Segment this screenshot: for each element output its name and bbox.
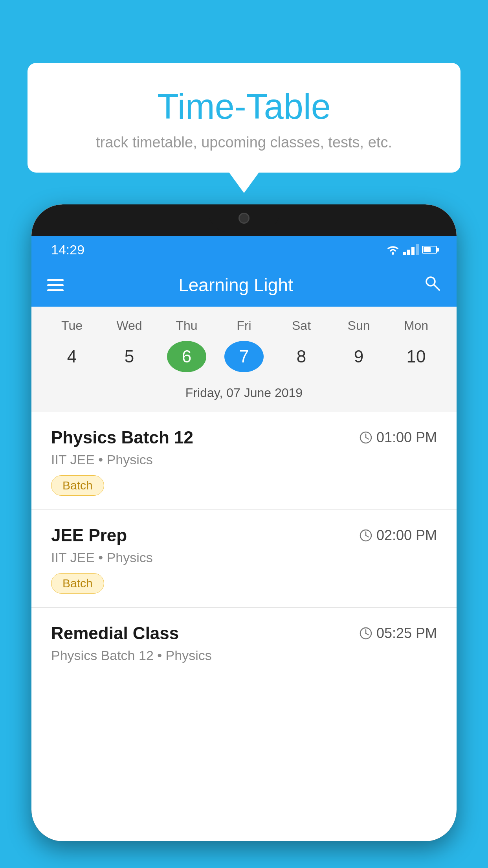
signal-icon [403,244,419,255]
svg-line-5 [366,438,369,439]
date-10[interactable]: 10 [396,341,436,372]
class-card-2[interactable]: JEE Prep 02:00 PM IIT JEE • Physics Batc… [31,510,457,608]
batch-badge-1: Batch [51,475,104,496]
day-header-sat: Sat [282,318,321,333]
class-card-3[interactable]: Remedial Class 05:25 PM Physics Batch 12… [31,608,457,685]
date-8[interactable]: 8 [282,341,321,372]
speech-bubble-container: Time-Table track timetable, upcoming cla… [28,63,460,173]
calendar-week: Tue Wed Thu Fri Sat Sun Mon 4 5 6 7 8 9 … [31,307,457,412]
day-header-mon: Mon [396,318,436,333]
day-header-tue: Tue [52,318,92,333]
wifi-icon [386,245,400,255]
page-title: Time-Table [51,86,437,127]
status-time: 14:29 [51,242,84,257]
date-4[interactable]: 4 [52,341,92,372]
app-bar: Learning Light [31,263,457,307]
date-9[interactable]: 9 [339,341,378,372]
svg-line-2 [434,285,439,290]
day-numbers: 4 5 6 7 8 9 10 [31,337,457,380]
class-card-1[interactable]: Physics Batch 12 01:00 PM IIT JEE • Phys… [31,412,457,510]
date-7-selected[interactable]: 7 [224,341,264,372]
phone-body: 14:29 [31,204,457,841]
content-area: Physics Batch 12 01:00 PM IIT JEE • Phys… [31,412,457,685]
status-icons [386,244,437,255]
day-header-wed: Wed [110,318,149,333]
clock-icon-1 [359,431,372,444]
batch-badge-2: Batch [51,573,104,594]
svg-line-8 [366,535,369,537]
phone-notch [209,204,279,232]
phone-camera [238,213,250,224]
page-subtitle: track timetable, upcoming classes, tests… [51,134,437,151]
date-5[interactable]: 5 [110,341,149,372]
class-time-3: 05:25 PM [359,625,437,642]
class-card-3-header: Remedial Class 05:25 PM [51,623,437,643]
svg-line-11 [366,633,369,635]
speech-bubble: Time-Table track timetable, upcoming cla… [28,63,460,173]
class-subject-3: Physics Batch 12 • Physics [51,648,437,663]
phone-top-bar [31,204,457,236]
class-subject-1: IIT JEE • Physics [51,452,437,467]
class-name-2: JEE Prep [51,526,127,545]
clock-icon-2 [359,529,372,542]
day-header-fri: Fri [224,318,264,333]
battery-icon [422,246,437,254]
class-name-3: Remedial Class [51,623,179,643]
status-bar: 14:29 [31,236,457,263]
clock-icon-3 [359,627,372,640]
svg-point-0 [392,252,394,255]
day-header-sun: Sun [339,318,378,333]
app-title: Learning Light [60,274,412,296]
class-name-1: Physics Batch 12 [51,428,193,447]
day-header-thu: Thu [167,318,206,333]
date-6-today[interactable]: 6 [167,341,206,372]
phone-screen: 14:29 [31,204,457,841]
phone-mockup: 14:29 [31,204,457,868]
day-headers: Tue Wed Thu Fri Sat Sun Mon [31,314,457,337]
search-button[interactable] [424,274,441,296]
selected-date-label: Friday, 07 June 2019 [31,380,457,408]
class-card-2-header: JEE Prep 02:00 PM [51,526,437,545]
class-card-1-header: Physics Batch 12 01:00 PM [51,428,437,447]
class-time-2: 02:00 PM [359,527,437,544]
class-subject-2: IIT JEE • Physics [51,550,437,565]
class-time-1: 01:00 PM [359,429,437,446]
